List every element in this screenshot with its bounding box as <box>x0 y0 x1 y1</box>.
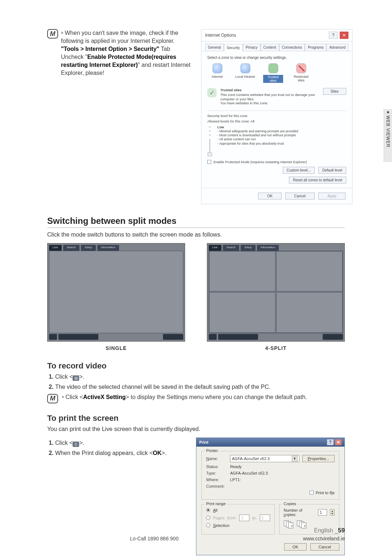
sites-button[interactable]: Sites <box>323 88 346 95</box>
security-slider[interactable] <box>207 125 212 156</box>
to-label: to: <box>252 516 257 520</box>
pages-label: Pages <box>213 516 224 520</box>
radio-pages[interactable] <box>206 516 210 520</box>
footer-english: English _59 <box>218 527 345 534</box>
note-text: ■ When you can't save the image, check i… <box>61 29 192 204</box>
copies-box-title: Copies <box>282 501 298 506</box>
low-bullet: - Minimal safeguards and warning prompts… <box>217 129 298 133</box>
zone-trusted[interactable]: Trusted sites <box>263 63 283 83</box>
pill-item: Setup <box>81 245 96 251</box>
tab-privacy[interactable]: Privacy <box>243 44 261 51</box>
where-value: LPT1: <box>230 478 335 482</box>
status-label: Status: <box>206 464 227 469</box>
tab-general[interactable]: General <box>205 44 224 51</box>
properties-button[interactable]: Properties... <box>302 455 335 462</box>
split-mode-screenshot: Live Search Setup Information <box>207 243 345 342</box>
copies-field[interactable]: 1 <box>318 509 327 516</box>
where-label: Where: <box>206 478 227 482</box>
note-block: M ■ When you can't save the image, check… <box>47 29 192 204</box>
bullet-icon: ■ <box>61 31 63 35</box>
zone-instruction: Select a zone to view or change security… <box>207 56 346 60</box>
help-icon[interactable]: ? <box>327 439 334 445</box>
record-step-2: The video of the selected channel will b… <box>55 384 345 390</box>
copies-label: Number of copies: <box>284 508 312 517</box>
pill-item: Information <box>257 245 279 251</box>
single-mode-screenshot: Live Search Setup Information <box>47 243 185 342</box>
from-field[interactable]: 1 <box>239 515 249 521</box>
tab-strip: General Security Privacy Content Connect… <box>201 41 352 51</box>
check-shield-icon: ✓ <box>207 88 217 97</box>
zone-intranet[interactable]: Local intranet <box>235 63 255 78</box>
tab-connections[interactable]: Connections <box>279 44 305 51</box>
printer-combo[interactable]: AGFA-AccuSet v52.3 ▼ <box>230 455 299 462</box>
copies-spinner[interactable]: ▲▼ <box>330 509 335 516</box>
status-value: Ready <box>230 464 335 469</box>
tab-content[interactable]: Content <box>261 44 279 51</box>
chevron-down-icon[interactable]: ▼ <box>292 456 298 462</box>
record-step-1: Click <▤>. <box>55 374 345 381</box>
security-level-label: Security level for this zone <box>207 110 346 118</box>
default-level-button[interactable]: Default level <box>318 167 346 174</box>
print-to-file-label: Print to file <box>316 491 335 495</box>
trusted-desc2: You have websites in this zone. <box>220 101 319 105</box>
type-label: Type: <box>206 471 227 475</box>
bullet-icon <box>387 111 389 113</box>
print-dialog-titlebar: Print ? ✕ <box>196 438 344 447</box>
trusted-heading: Trusted sites <box>220 88 319 92</box>
pill-item: Setup <box>241 245 256 251</box>
apply-button[interactable]: Apply <box>318 193 346 200</box>
to-field[interactable]: 1 <box>260 515 270 521</box>
all-label: All <box>213 508 217 512</box>
tab-programs[interactable]: Programs <box>305 44 326 51</box>
close-icon[interactable]: ✕ <box>340 32 348 39</box>
record-icon: ▤ <box>73 375 79 381</box>
dialog-titlebar: Internet Options ? ✕ <box>201 29 352 41</box>
internet-options-dialog: Internet Options ? ✕ General Security Pr… <box>201 29 352 204</box>
printer-box-title: Printer <box>205 448 219 453</box>
trusted-desc1: This zone contains websites that you tru… <box>220 93 319 101</box>
print-to-file-checkbox[interactable] <box>310 491 314 495</box>
dialog-title: Internet Options <box>205 33 327 38</box>
pill-live: Live <box>209 245 221 251</box>
pill-item: Information <box>97 245 119 251</box>
epm-label: Enable Protected Mode (requires restarti… <box>213 160 307 164</box>
heading-print: To print the screen <box>47 414 345 423</box>
close-icon[interactable]: ✕ <box>335 439 342 445</box>
low-bullet: - All active content can run <box>217 137 298 141</box>
print-step-2: When the Print dialog appears, click <OK… <box>55 450 185 456</box>
reset-zones-button[interactable]: Reset all zones to default level <box>289 177 346 184</box>
cancel-button[interactable]: Cancel <box>285 193 315 200</box>
zone-restricted[interactable]: Restricted sites <box>291 63 311 82</box>
slider-thumb-icon[interactable] <box>208 153 212 156</box>
epm-checkbox[interactable] <box>207 160 211 164</box>
print-ok-button[interactable]: OK <box>284 543 307 551</box>
pill-live: Live <box>49 245 62 251</box>
low-bullet: - Appropriate for sites that you absolut… <box>217 142 298 146</box>
globe-icon <box>240 63 250 73</box>
switching-desc: Click the mode switch buttons to switch … <box>47 231 345 238</box>
comment-label: Comment: <box>206 484 227 488</box>
heading-record: To record video <box>47 361 345 371</box>
footer-site: www.cctvireland.ie <box>218 536 345 541</box>
zone-internet[interactable]: Internet <box>207 63 227 78</box>
print-dialog-title: Print <box>199 440 326 444</box>
shield-icon <box>268 63 278 73</box>
printer-groupbox: Printer Name: AGFA-AccuSet v52.3 ▼ Prope… <box>201 451 339 500</box>
caption-split: 4-SPLIT <box>265 345 286 351</box>
ok-button[interactable]: OK <box>258 193 281 200</box>
type-value: AGFA-AccuSet v52.3 <box>230 471 335 475</box>
tab-advanced[interactable]: Advanced <box>326 44 348 51</box>
bullet-icon: ■ <box>62 395 64 399</box>
note-lead: When you can't save the image, check if … <box>61 30 178 44</box>
print-cancel-button[interactable]: Cancel <box>310 543 339 551</box>
radio-all[interactable] <box>206 508 210 512</box>
sidebar-tab: WEB VIEWER <box>384 109 392 162</box>
custom-level-button[interactable]: Custom level... <box>283 167 315 174</box>
print-icon: ⎙ <box>73 442 79 447</box>
printer-combo-value: AGFA-AccuSet v52.3 <box>232 456 270 461</box>
print-desc: You can print out the Live screen that i… <box>47 426 345 432</box>
allowed-levels: Allowed levels for this zone: All <box>207 119 346 123</box>
help-icon[interactable]: ? <box>329 32 338 39</box>
tab-security[interactable]: Security <box>224 44 243 51</box>
name-label: Name: <box>206 456 227 461</box>
